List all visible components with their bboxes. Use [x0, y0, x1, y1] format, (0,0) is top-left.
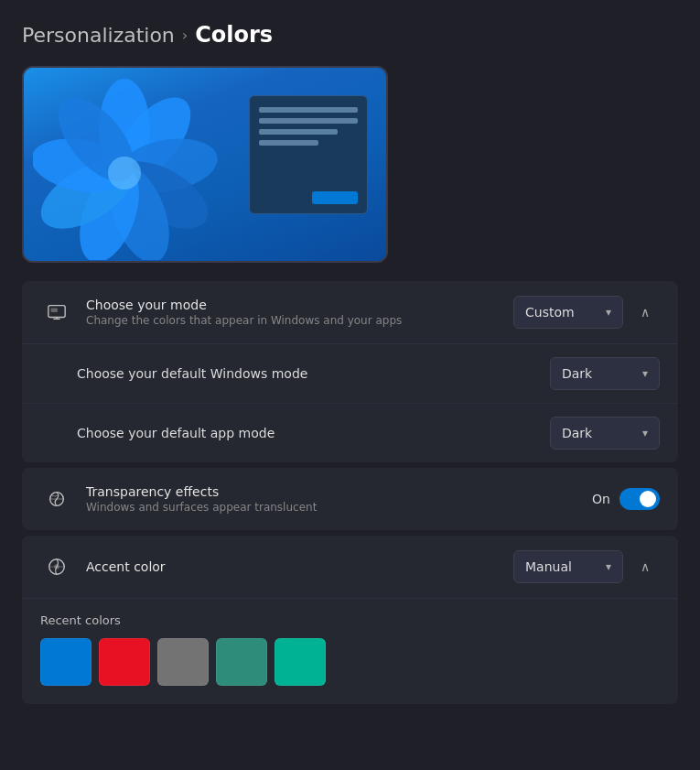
windows-mode-chevron-icon: ▾ — [642, 367, 648, 380]
transparency-icon — [40, 483, 73, 515]
transparency-toggle-thumb — [640, 491, 656, 507]
accent-color-control: Manual ▾ ∧ — [513, 550, 660, 583]
color-swatch-blue[interactable] — [40, 638, 92, 686]
color-swatches — [40, 638, 660, 686]
windows-mode-row: Choose your default Windows mode Dark ▾ — [22, 344, 678, 404]
color-swatch-gray[interactable] — [157, 638, 209, 686]
preview-image — [22, 66, 388, 263]
preview-window-mock — [249, 95, 368, 214]
wallpaper-bg — [24, 68, 386, 261]
preview-line-2 — [259, 118, 358, 124]
accent-color-dropdown-value: Manual — [525, 559, 597, 574]
accent-color-card: Accent color Manual ▾ ∧ Recent colors — [22, 536, 678, 704]
choose-mode-subtitle: Change the colors that appear in Windows… — [86, 314, 502, 327]
breadcrumb-chevron-icon: › — [182, 27, 188, 44]
svg-point-9 — [108, 157, 141, 190]
choose-mode-expand-button[interactable]: ∧ — [630, 298, 660, 327]
transparency-subtitle: Windows and surfaces appear translucent — [86, 501, 581, 514]
transparency-control: On — [592, 488, 660, 510]
preview-line-3 — [259, 129, 338, 135]
accent-color-dropdown[interactable]: Manual ▾ — [513, 550, 623, 583]
color-swatch-teal-dark[interactable] — [216, 638, 267, 686]
choose-mode-dropdown-value: Custom — [525, 305, 597, 320]
choose-mode-text: Choose your mode Change the colors that … — [86, 298, 502, 327]
recent-colors-section: Recent colors — [22, 598, 678, 704]
accent-color-chevron-icon: ▾ — [606, 560, 611, 573]
transparency-row: Transparency effects Windows and surface… — [22, 468, 678, 530]
windows-mode-dropdown-value: Dark — [562, 366, 633, 381]
recent-colors-title: Recent colors — [40, 613, 660, 627]
choose-mode-control: Custom ▾ ∧ — [513, 296, 660, 329]
transparency-title: Transparency effects — [86, 484, 581, 499]
breadcrumb: Personalization › Colors — [22, 22, 678, 48]
accent-color-icon — [40, 550, 73, 583]
color-swatch-red[interactable] — [99, 638, 150, 686]
app-mode-row: Choose your default app mode Dark ▾ — [22, 404, 678, 462]
choose-mode-card: Choose your mode Change the colors that … — [22, 281, 678, 462]
transparency-card: Transparency effects Windows and surface… — [22, 468, 678, 530]
svg-rect-13 — [51, 308, 58, 312]
transparency-toggle-label: On — [592, 492, 610, 506]
transparency-text: Transparency effects Windows and surface… — [86, 484, 581, 514]
accent-color-text: Accent color — [86, 559, 502, 574]
app-mode-dropdown[interactable]: Dark ▾ — [550, 417, 660, 450]
choose-mode-row: Choose your mode Change the colors that … — [22, 281, 678, 344]
windows-mode-title: Choose your default Windows mode — [77, 366, 550, 381]
transparency-toggle[interactable] — [619, 488, 660, 510]
color-swatch-teal[interactable] — [275, 638, 326, 686]
preview-line-4 — [259, 140, 318, 146]
choose-mode-dropdown-chevron-icon: ▾ — [606, 306, 611, 319]
flower-icon — [33, 77, 253, 260]
app-mode-title: Choose your default app mode — [77, 426, 550, 440]
choose-mode-icon — [40, 296, 73, 329]
app-mode-chevron-icon: ▾ — [642, 427, 648, 439]
accent-color-expand-button[interactable]: ∧ — [630, 552, 660, 581]
accent-color-title: Accent color — [86, 559, 502, 574]
breadcrumb-current: Colors — [195, 22, 273, 48]
preview-line-1 — [259, 107, 358, 113]
app-mode-dropdown-value: Dark — [562, 426, 633, 440]
windows-mode-dropdown[interactable]: Dark ▾ — [550, 357, 660, 390]
preview-button — [312, 191, 358, 204]
choose-mode-dropdown[interactable]: Custom ▾ — [513, 296, 623, 329]
accent-color-header-row: Accent color Manual ▾ ∧ — [22, 536, 678, 598]
breadcrumb-parent[interactable]: Personalization — [22, 24, 175, 47]
choose-mode-title: Choose your mode — [86, 298, 502, 312]
